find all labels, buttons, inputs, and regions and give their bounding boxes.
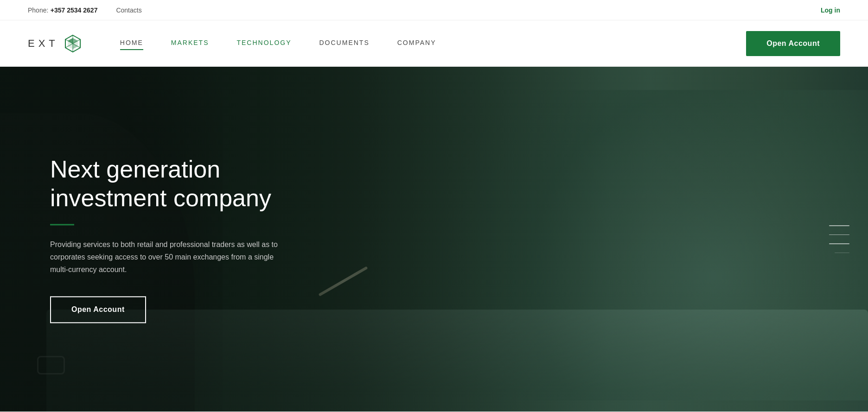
login-link[interactable]: Log in bbox=[821, 6, 840, 14]
scroll-line-2 bbox=[829, 235, 849, 235]
scroll-line-3 bbox=[829, 243, 849, 244]
nav-link-technology[interactable]: TECHNOLOGY bbox=[236, 39, 291, 48]
phone-number: +357 2534 2627 bbox=[51, 6, 98, 14]
hero-open-account-button[interactable]: Open Account bbox=[50, 297, 146, 323]
phone-info: Phone: +357 2534 2627 bbox=[28, 6, 97, 14]
nav-link-markets[interactable]: MARKETS bbox=[171, 39, 209, 48]
nav-link-home[interactable]: HOME bbox=[120, 39, 143, 48]
top-bar-left: Phone: +357 2534 2627 Contacts bbox=[28, 6, 142, 14]
nav-link-documents[interactable]: DOCUMENTS bbox=[319, 39, 370, 48]
logo-icon bbox=[63, 33, 83, 54]
logo[interactable]: EXT bbox=[28, 33, 83, 54]
nav-link-company[interactable]: COMPANY bbox=[397, 39, 436, 48]
nav-open-account-button[interactable]: Open Account bbox=[746, 31, 840, 56]
hero-divider bbox=[50, 224, 74, 225]
hero-section: Next generation investment company Provi… bbox=[0, 67, 868, 412]
hero-content: Next generation investment company Provi… bbox=[50, 155, 291, 323]
phone-label: Phone: bbox=[28, 6, 48, 14]
hero-title: Next generation investment company bbox=[50, 155, 291, 213]
scroll-indicator bbox=[829, 225, 849, 253]
nav-links: HOME MARKETS TECHNOLOGY DOCUMENTS COMPAN… bbox=[120, 39, 746, 48]
contacts-link[interactable]: Contacts bbox=[116, 6, 141, 14]
scroll-line-1 bbox=[829, 225, 849, 226]
hero-subtitle: Providing services to both retail and pr… bbox=[50, 238, 291, 276]
logo-text: EXT bbox=[28, 38, 59, 50]
top-bar: Phone: +357 2534 2627 Contacts Log in bbox=[0, 0, 868, 20]
scroll-line-4 bbox=[835, 253, 849, 254]
main-nav: EXT HOME MARKETS TECHNOLOGY DOCUMENTS CO… bbox=[0, 20, 868, 67]
